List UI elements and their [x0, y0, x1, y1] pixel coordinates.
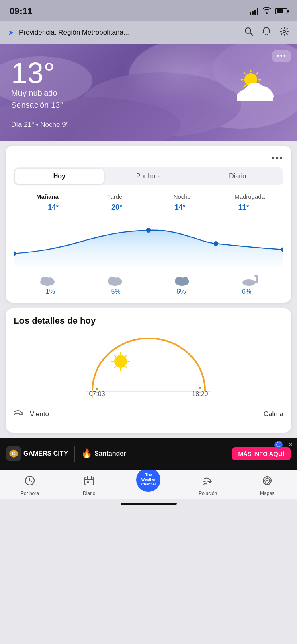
- location-arrow-icon: ➤: [8, 28, 14, 37]
- svg-line-17: [244, 85, 245, 87]
- period-noche: Noche: [149, 193, 216, 200]
- ad-banner: ⓘ ✕ G GAMERS CITY 🔥 Santander MÁS INFO A…: [0, 438, 297, 470]
- sun-arc: ↑ ↓ ▲ 07:03 ▼ 18:20: [14, 334, 283, 398]
- nav-label-por-hora: Por hora: [20, 491, 39, 496]
- wind-value: Calma: [264, 410, 283, 418]
- period-labels-row: Mañana Tarde Noche Madrugada: [14, 193, 283, 200]
- forecast-card: ••• Hoy Por hora Diario Mañana Tarde Noc…: [6, 146, 291, 303]
- bell-icon[interactable]: [262, 27, 271, 39]
- period-tarde: Tarde: [81, 193, 149, 200]
- weather-icon-tarde: [81, 274, 149, 286]
- svg-point-29: [46, 277, 53, 284]
- details-title: Los detalles de hoy: [14, 316, 283, 326]
- sunrise-time: 07:03: [89, 390, 105, 398]
- period-manana: Mañana: [14, 193, 81, 200]
- hero-weather-icon: [229, 64, 281, 101]
- svg-line-45: [115, 366, 116, 367]
- svg-rect-60: [87, 481, 89, 483]
- forecast-card-menu: •••: [14, 153, 283, 163]
- weather-hero-card: ••• 13° Muy nublado Sensación 13° Día 21…: [0, 44, 297, 141]
- wind-nav-icon: [202, 475, 213, 489]
- bottom-nav: Por hora Diario TheWeatherChannel: [0, 470, 297, 499]
- svg-text:G: G: [12, 452, 15, 456]
- header-icons: [244, 27, 289, 39]
- weather-icons-row: [14, 274, 283, 286]
- mas-info-button[interactable]: MÁS INFO AQUÍ: [232, 447, 291, 460]
- ad-info-button[interactable]: ⓘ: [274, 441, 283, 449]
- rain-tarde: 5%: [83, 288, 149, 295]
- temp-tarde: 20°: [85, 203, 149, 212]
- search-icon[interactable]: [244, 27, 254, 39]
- rain-noche: 6%: [149, 288, 214, 295]
- rain-madrugada: 6%: [214, 288, 279, 295]
- svg-point-32: [114, 277, 121, 284]
- wind-detail-row: Viento Calma: [14, 402, 283, 425]
- svg-rect-22: [237, 94, 273, 101]
- status-time: 09:11: [10, 6, 32, 17]
- nav-item-polucion[interactable]: Polución: [178, 475, 238, 496]
- details-card: Los detalles de hoy: [6, 308, 291, 433]
- home-indicator: [121, 503, 177, 505]
- svg-line-44: [125, 355, 127, 357]
- weather-icon-madrugada: [216, 274, 283, 286]
- wind-left: Viento: [14, 409, 49, 420]
- nav-label-diario: Diario: [83, 491, 95, 496]
- status-bar: 09:11: [0, 0, 297, 21]
- sunrise-display: ▲ 07:03: [89, 386, 105, 398]
- period-madrugada: Madrugada: [216, 193, 283, 200]
- svg-line-43: [125, 366, 127, 367]
- svg-line-14: [244, 73, 245, 74]
- tab-hoy[interactable]: Hoy: [15, 169, 104, 184]
- temp-noche: 14°: [149, 203, 212, 223]
- nav-item-por-hora[interactable]: Por hora: [0, 475, 59, 496]
- tab-por-hora[interactable]: Por hora: [104, 169, 193, 184]
- santander-flame-icon: 🔥: [81, 448, 92, 459]
- tab-diario[interactable]: Diario: [193, 169, 282, 184]
- location-text[interactable]: Providencia, Región Metropolitana...: [19, 29, 239, 37]
- ad-close-button[interactable]: ✕: [288, 441, 293, 448]
- nav-item-mapas[interactable]: Mapas: [238, 475, 297, 496]
- hero-temperature: 13°: [11, 56, 55, 89]
- hero-more-button[interactable]: •••: [272, 50, 291, 62]
- radar-icon: [262, 475, 273, 489]
- nav-label-mapas: Mapas: [260, 491, 274, 496]
- weather-channel-label: TheWeatherChannel: [141, 473, 156, 487]
- svg-line-55: [30, 481, 32, 482]
- svg-point-24: [146, 228, 151, 233]
- svg-point-2: [283, 30, 285, 33]
- gamers-city-logo: G GAMERS CITY: [6, 446, 68, 461]
- svg-rect-56: [85, 477, 94, 485]
- santander-text: Santander: [94, 450, 126, 457]
- nav-label-polucion: Polución: [199, 491, 217, 496]
- clock-icon: [24, 475, 35, 489]
- temp-labels-row: 14° 20° 14° 11°: [14, 203, 283, 223]
- weather-icon-noche: [149, 274, 216, 286]
- forecast-tabs[interactable]: Hoy Por hora Diario: [14, 167, 283, 185]
- forecast-dots-menu[interactable]: •••: [272, 153, 283, 163]
- temp-chart: [14, 225, 283, 270]
- gear-icon[interactable]: [279, 27, 289, 39]
- wifi-icon: [262, 7, 271, 16]
- wind-icon: [14, 409, 25, 420]
- cards-area: ••• Hoy Por hora Diario Mañana Tarde Noc…: [0, 141, 297, 438]
- temp-manana: 14°: [22, 203, 85, 223]
- svg-line-42: [115, 355, 116, 357]
- hero-condition: Muy nublado: [11, 89, 57, 98]
- weather-channel-button[interactable]: TheWeatherChannel: [136, 468, 160, 492]
- nav-item-weather-channel[interactable]: TheWeatherChannel: [119, 475, 178, 492]
- svg-point-35: [182, 277, 188, 283]
- hero-high-low: Día 21° • Noche 9°: [11, 121, 68, 129]
- svg-point-63: [266, 480, 268, 481]
- hero-feels-like: Sensación 13°: [11, 101, 63, 110]
- rain-manana: 1%: [18, 288, 83, 295]
- wind-label: Viento: [30, 410, 49, 418]
- svg-point-25: [213, 241, 218, 246]
- sunset-display: ▼ 18:20: [192, 386, 208, 398]
- weather-icon-manana: [14, 274, 81, 286]
- rain-row: 1% 5% 6% 6%: [14, 288, 283, 295]
- nav-item-diario[interactable]: Diario: [59, 475, 119, 496]
- gamers-city-text: GAMERS CITY: [23, 450, 68, 457]
- signal-bars-icon: [250, 8, 258, 15]
- temp-madrugada: 11°: [212, 203, 275, 223]
- svg-line-1: [250, 33, 253, 36]
